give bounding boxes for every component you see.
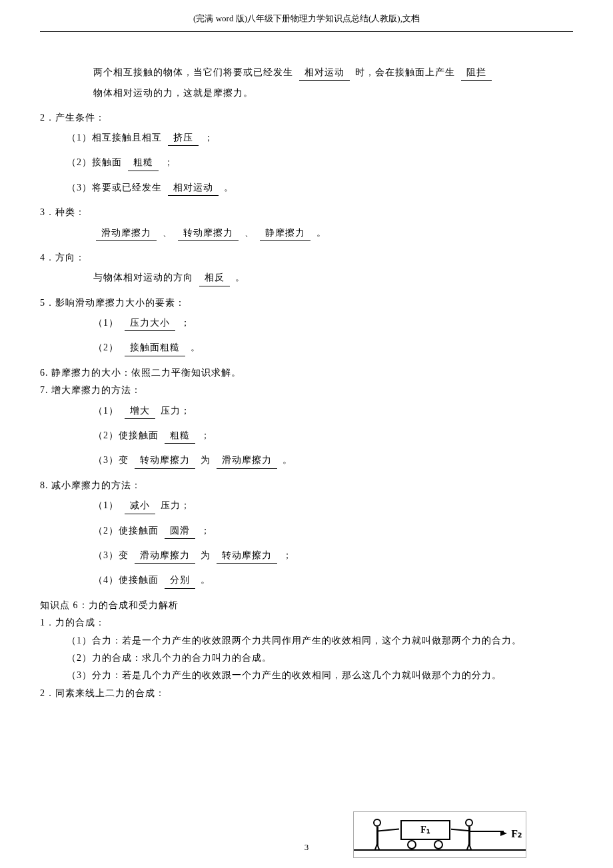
blank-relative-motion-2: 相对运动 [168,181,219,196]
s2-item-3: （3）将要或已经发生 相对运动 。 [40,181,573,196]
s3-types: 滑动摩擦力 、 转动摩擦力 、 静摩擦力 。 [40,226,573,241]
kp6-c3: （3）分力：若是几个力产生的收效跟一个力产生的收效相同，那么这几个力就叫做那个力… [40,668,573,683]
tight-block: 6. 静摩擦力的大小：依照二力平衡知识求解。 7. 增大摩擦力的方法： [40,366,573,398]
page-header: (完满 word 版)八年级下册物理力学知识点总结(人教版),文档 [40,12,573,26]
kp6-block: 知识点 6：力的合成和受力解析 1．力的合成： （1）合力：若是一个力产生的收效… [40,598,573,701]
person-1-head-icon [373,819,381,827]
section-3-title: 3．种类： [40,205,573,220]
s7-item-3: （3）变 转动摩擦力 为 滑动摩擦力 。 [40,453,573,468]
intro-line-2: 物体相对运动的力，这就是摩擦力。 [40,86,573,101]
text: （2）使接触面 [93,526,159,536]
kp6-c2: （2）力的合成：求几个力的合力叫力的合成。 [40,651,573,665]
text: 压力； [161,500,191,510]
s4-content: 与物体相对运动的方向 相反 。 [40,270,573,286]
s2-item-2: （2）接触面 粗糙 ； [40,155,573,171]
blank-rolling-2: 转动摩擦力 [135,453,195,468]
s7-item-1: （1） 增大 压力； [40,404,573,419]
person-1-arm-icon [378,829,399,832]
blank-rolling: 转动摩擦力 [178,226,239,241]
s8-item-4: （4）使接触面 分别 。 [40,573,573,588]
text: （2）接触面 [67,157,122,167]
text: （1） [93,500,119,510]
person-2-head-icon [465,819,473,827]
s8-item-3: （3）变 滑动摩擦力 为 转动摩擦力 ； [40,548,573,564]
text: ； [204,133,214,143]
s5-item-2: （2） 接触面粗糙 。 [40,340,573,356]
section-6: 6. 静摩擦力的大小：依照二力平衡知识求解。 [40,366,573,380]
text: （1） [93,318,119,328]
page-number: 3 [0,841,613,855]
blank-block: 阻拦 [461,65,492,81]
text: 两个相互接触的物体，当它们将要或已经发生 [93,67,293,77]
sep: 。 [316,228,326,238]
kp6-s1: 1．力的合成： [40,616,573,630]
blank-sliding-3: 滑动摩擦力 [135,548,195,564]
text: ； [181,318,191,328]
blank-relative-motion: 相对运动 [299,65,350,81]
blank-pressure: 压力大小 [125,316,175,331]
text: （1）相互接触且相互 [67,133,162,143]
blank-sliding: 滑动摩擦力 [96,226,157,241]
blank-opposite: 相反 [199,270,230,286]
s5-item-1: （1） 压力大小 ； [40,316,573,331]
page: (完满 word 版)八年级下册物理力学知识点总结(人教版),文档 两个相互接触… [0,0,613,868]
content: 两个相互接触的物体，当它们将要或已经发生 相对运动 时，会在接触面上产生 阻拦 … [40,65,573,701]
blank-increase: 增大 [125,404,155,419]
kp6-s2: 2．同素来线上二力的合成： [40,686,573,701]
blank-rough: 粗糙 [128,155,159,171]
arrow-right-icon [500,831,507,836]
text: 。 [191,342,201,352]
s2-item-1: （1）相互接触且相互 挤压 ； [40,131,573,146]
s8-item-2: （2）使接触面 圆滑 ； [40,524,573,539]
kp6-title: 知识点 6：力的合成和受力解析 [40,598,573,613]
sep: 、 [163,228,173,238]
section-2-title: 2．产生条件： [40,111,573,125]
text: ； [164,157,174,167]
s8-item-1: （1） 减小 压力； [40,498,573,514]
text: ； [201,430,211,440]
person-2-arm-icon [451,829,470,831]
s7-item-2: （2）使接触面 粗糙 ； [40,428,573,444]
section-4-title: 4．方向： [40,250,573,265]
header-divider [40,31,573,32]
kp6-c1: （1）合力：若是一个力产生的收效跟两个力共同作用产生的收效相同，这个力就叫做那两… [40,634,573,648]
blank-static: 静摩擦力 [260,226,310,241]
sep: 、 [245,228,255,238]
text: 为 [201,455,211,465]
force-f2-label: F₂ [511,825,522,843]
blank-smooth: 圆滑 [165,524,195,539]
text: （3）变 [93,550,129,560]
blank-sliding-2: 滑动摩擦力 [217,453,277,468]
section-8-title: 8. 减小摩擦力的方法： [40,478,573,493]
text: ； [201,526,211,536]
rope-icon [470,831,504,832]
intro-line-1: 两个相互接触的物体，当它们将要或已经发生 相对运动 时，会在接触面上产生 阻拦 [40,65,573,81]
blank-rough-2: 粗糙 [165,428,195,444]
section-5-title: 5．影响滑动摩擦力大小的要素： [40,296,573,310]
text: 。 [283,455,293,465]
text: （3）变 [93,455,129,465]
blank-rolling-3: 转动摩擦力 [217,548,277,564]
text: 。 [201,575,211,585]
blank-separate: 分别 [165,573,195,588]
text: （3）将要或已经发生 [67,183,162,193]
text: （2）使接触面 [93,430,159,440]
text: 。 [224,183,234,193]
blank-decrease: 减小 [125,498,155,514]
section-7-title: 7. 增大摩擦力的方法： [40,383,573,398]
text: 与物体相对运动的方向 [93,272,193,282]
text: 时，会在接触面上产生 [355,67,455,77]
text: （1） [93,406,119,416]
text: （4）使接触面 [93,575,159,585]
text: 压力； [161,406,191,416]
text: ； [283,550,293,560]
text: 。 [235,272,245,282]
cart-box: F₁ [400,820,450,840]
text: （2） [93,342,119,352]
blank-press: 挤压 [168,131,199,146]
blank-surface-rough: 接触面粗糙 [125,340,185,356]
text: 为 [201,550,211,560]
